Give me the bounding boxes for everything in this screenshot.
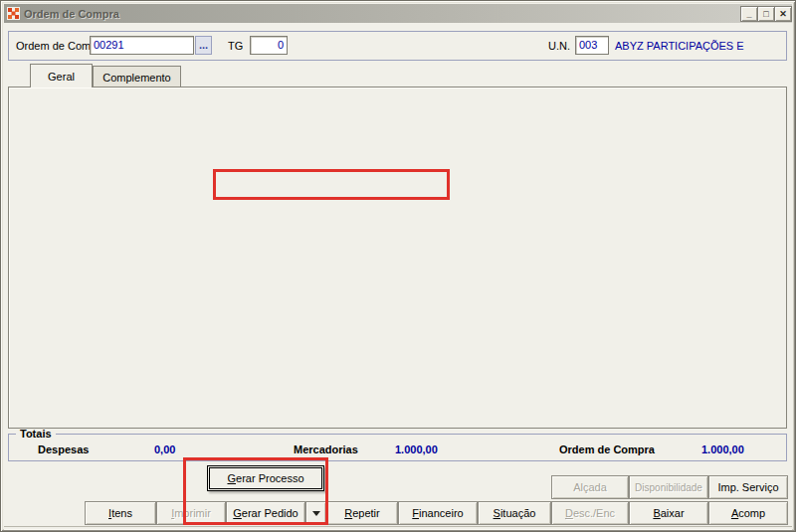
window-title: Ordem de Compra	[24, 8, 119, 20]
mercadorias-label: Mercadorias	[294, 443, 358, 455]
ordem-de-compra-window: Ordem de Compra _ □ ✕ Ordem de Compra 00…	[0, 0, 796, 532]
minimize-icon[interactable]: _	[740, 6, 758, 22]
order-number-input[interactable]: 00291	[90, 36, 194, 55]
baixar-button[interactable]: Baixar	[629, 501, 708, 525]
close-icon[interactable]: ✕	[774, 6, 792, 22]
tg-input[interactable]: 0	[250, 36, 288, 55]
title-bar[interactable]: Ordem de Compra	[4, 4, 792, 23]
maximize-icon[interactable]: □	[757, 6, 775, 22]
un-label: U.N.	[548, 40, 570, 52]
tab-geral[interactable]: Geral	[30, 64, 93, 88]
repetir-button[interactable]: Repetir	[326, 501, 398, 525]
ordem-compra-total-value: 1.000,00	[701, 443, 744, 455]
app-icon	[7, 7, 20, 20]
despesas-value: 0,00	[154, 443, 175, 455]
tab-complemento[interactable]: Complemento	[93, 66, 181, 88]
acomp-button[interactable]: Acomp	[708, 501, 788, 525]
un-name-text: ABYZ PARTICIPAÇÕES E	[615, 40, 744, 52]
annotation-indice-highlight	[213, 169, 450, 200]
imp-servico-button[interactable]: Imp. Serviço	[708, 475, 788, 499]
tg-label: TG	[228, 40, 243, 52]
financeiro-button[interactable]: Financeiro	[398, 501, 478, 525]
desc-enc-button: Desc./Enc	[551, 501, 629, 525]
itens-button[interactable]: Itens	[85, 501, 156, 525]
tab-page-geral	[8, 87, 787, 429]
bottom-frame-line	[4, 526, 792, 530]
annotation-gerar-processo-highlight	[183, 457, 328, 525]
despesas-label: Despesas	[38, 443, 89, 455]
disponibilidade-button: Disponibilidade	[629, 475, 708, 499]
ordem-compra-total-label: Ordem de Compra	[559, 443, 655, 455]
mercadorias-value: 1.000,00	[395, 443, 438, 455]
order-browse-button[interactable]: ...	[195, 36, 212, 55]
totais-title: Totais	[16, 428, 56, 440]
alcada-button: Alçada	[551, 475, 629, 499]
un-input[interactable]: 003	[575, 36, 609, 55]
situacao-button[interactable]: Situação	[478, 501, 551, 525]
